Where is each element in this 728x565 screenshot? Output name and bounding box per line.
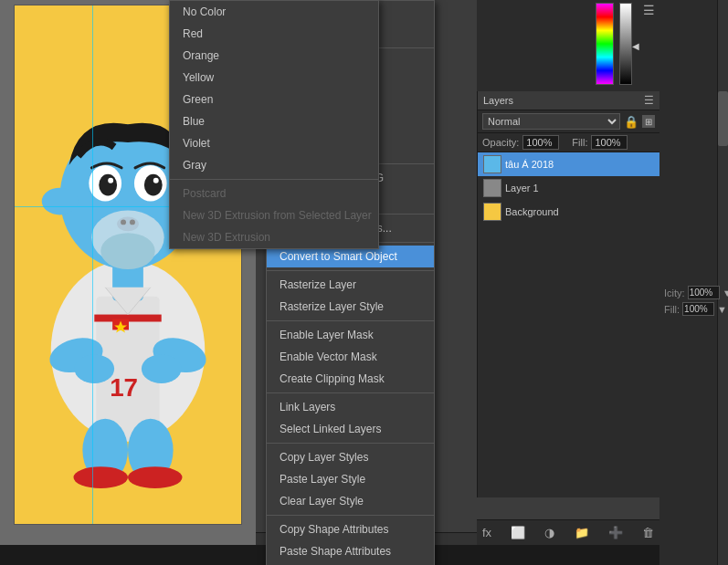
- layers-panel-menu-icon[interactable]: ☰: [644, 94, 654, 107]
- menu-item-enable-vector-mask[interactable]: Enable Vector Mask: [267, 346, 434, 368]
- menu-separator-7: [267, 392, 434, 393]
- menu-item-rasterize-layer-style[interactable]: Rasterize Layer Style: [267, 296, 434, 318]
- guide-vertical: [92, 5, 93, 524]
- svg-point-9: [74, 354, 114, 383]
- menu-separator-6: [267, 320, 434, 321]
- menu-item-copy-layer-styles[interactable]: Copy Layer Styles: [267, 446, 434, 468]
- layer-delete-icon[interactable]: 🗑: [642, 526, 654, 539]
- brightness-slider[interactable]: [619, 3, 632, 85]
- submenu: No Color Red Orange Yellow Green Blue Vi…: [169, 0, 379, 249]
- submenu-item-gray[interactable]: Gray: [170, 154, 378, 176]
- svg-point-27: [100, 233, 155, 269]
- opacity-input[interactable]: [522, 135, 559, 150]
- menu-item-clear-layer-style[interactable]: Clear Layer Style: [267, 490, 434, 512]
- opacity-ctrl-arrow[interactable]: ▼: [723, 288, 728, 298]
- fill-control-row: Fill: ▼: [664, 302, 728, 316]
- layer-name-2: Layer 1: [505, 183, 539, 194]
- submenu-separator-1: [170, 179, 378, 180]
- fill-ctrl-arrow[interactable]: ▼: [717, 304, 727, 315]
- svg-point-10: [142, 354, 182, 383]
- submenu-item-postcard[interactable]: Postcard: [170, 183, 378, 204]
- menu-item-paste-shape-attributes[interactable]: Paste Shape Attributes: [267, 540, 434, 562]
- blend-mode-row: Normal 🔒 ⊞: [478, 110, 659, 133]
- opacity-label: Opacity:: [482, 137, 519, 148]
- svg-point-25: [121, 219, 126, 225]
- color-spectrum-swatch[interactable]: [596, 3, 614, 85]
- right-scrollbar-area: Icity: ▼ Fill: ▼: [659, 0, 728, 565]
- svg-point-20: [108, 178, 113, 183]
- layer-name-1: tâu Á 2018: [505, 159, 554, 170]
- slider-arrow-icon: ◀: [632, 41, 639, 51]
- menu-item-paste-layer-style[interactable]: Paste Layer Style: [267, 468, 434, 490]
- menu-item-enable-layer-mask[interactable]: Enable Layer Mask: [267, 324, 434, 346]
- svg-point-24: [117, 216, 139, 231]
- menu-separator-5: [267, 270, 434, 271]
- layer-thumb-2: [483, 179, 501, 197]
- submenu-item-blue[interactable]: Blue: [170, 110, 378, 132]
- opacity-ctrl-label: Icity:: [664, 288, 685, 298]
- layer-thumb-3: [483, 203, 501, 221]
- layers-panel-bottom-icons: fx ⬜ ◑ 📁 ➕ 🗑: [477, 519, 659, 545]
- submenu-item-yellow[interactable]: Yellow: [170, 67, 378, 89]
- fill-ctrl-label: Fill:: [664, 304, 680, 315]
- svg-point-31: [128, 466, 183, 488]
- layers-list: tâu Á 2018 Layer 1 Background: [478, 152, 659, 476]
- submenu-item-no-color[interactable]: No Color: [170, 1, 378, 23]
- submenu-item-violet[interactable]: Violet: [170, 132, 378, 154]
- panel-menu-icon[interactable]: ☰: [643, 3, 655, 17]
- menu-separator-8: [267, 443, 434, 444]
- layer-item-2[interactable]: Layer 1: [478, 176, 659, 200]
- layer-name-3: Background: [505, 206, 559, 217]
- layer-item-3[interactable]: Background: [478, 200, 659, 224]
- blend-mode-select[interactable]: Normal: [482, 113, 620, 130]
- layers-panel-header: Layers ☰: [478, 91, 659, 110]
- layer-group-icon[interactable]: 📁: [575, 526, 589, 539]
- right-panel: ⊞ ⊠ ⊡ Icity: ▼ Fill: ▼: [659, 0, 728, 565]
- fill-input[interactable]: [591, 135, 628, 150]
- submenu-item-red[interactable]: Red: [170, 23, 378, 45]
- submenu-item-new-3d-extrusion-selected[interactable]: New 3D Extrusion from Selected Layer: [170, 204, 378, 226]
- submenu-item-new-3d-extrusion[interactable]: New 3D Extrusion: [170, 226, 378, 248]
- svg-text:17: 17: [110, 373, 138, 402]
- menu-item-copy-shape-attributes[interactable]: Copy Shape Attributes: [267, 518, 434, 540]
- menu-separator-9: [267, 515, 434, 516]
- layer-thumb-1: [483, 155, 501, 173]
- submenu-item-green[interactable]: Green: [170, 89, 378, 110]
- layer-effects-icon[interactable]: fx: [482, 526, 491, 539]
- svg-point-22: [42, 188, 79, 215]
- menu-item-link-layers[interactable]: Link Layers: [267, 396, 434, 418]
- opacity-control-row: Icity: ▼: [664, 286, 728, 299]
- svg-point-26: [130, 219, 135, 225]
- menu-item-create-clipping-mask[interactable]: Create Clipping Mask: [267, 368, 434, 390]
- lock-icon: 🔒: [624, 115, 638, 129]
- fill-label: Fill:: [572, 137, 587, 148]
- layers-panel: Layers ☰ Normal 🔒 ⊞ Opacity: Fill: tâu Á…: [477, 91, 659, 497]
- svg-point-30: [73, 466, 128, 488]
- layers-panel-title: Layers: [483, 95, 513, 106]
- canvas-opacity-controls: Icity: ▼ Fill: ▼: [659, 283, 728, 319]
- layer-new-icon[interactable]: ➕: [608, 526, 623, 539]
- menu-item-rasterize-layer[interactable]: Rasterize Layer: [267, 274, 434, 296]
- fill-ctrl-input[interactable]: [682, 302, 714, 316]
- svg-point-21: [153, 178, 159, 183]
- layer-item-active[interactable]: tâu Á 2018: [478, 152, 659, 176]
- svg-point-19: [144, 174, 163, 196]
- color-panel-area: ◀ ☰: [477, 0, 659, 91]
- scrollbar-thumb-vertical[interactable]: [718, 91, 728, 146]
- layer-adjust-icon[interactable]: ◑: [544, 526, 554, 539]
- layer-mask-icon[interactable]: ⬜: [511, 526, 525, 539]
- submenu-item-orange[interactable]: Orange: [170, 45, 378, 67]
- opacity-row: Opacity: Fill:: [478, 133, 659, 152]
- svg-point-18: [99, 174, 117, 196]
- opacity-ctrl-input[interactable]: [688, 286, 720, 299]
- menu-item-select-linked-layers[interactable]: Select Linked Layers: [267, 418, 434, 440]
- lock-all-icon[interactable]: ⊞: [642, 115, 655, 128]
